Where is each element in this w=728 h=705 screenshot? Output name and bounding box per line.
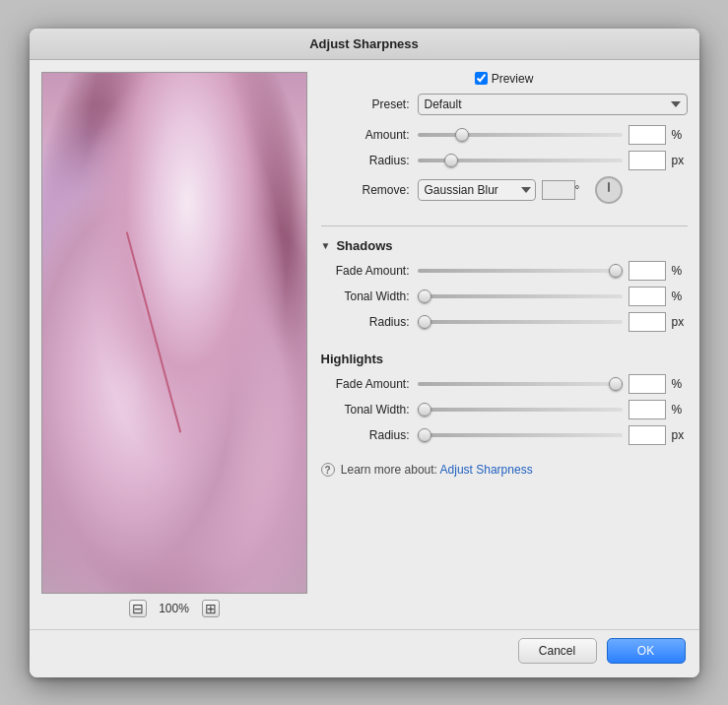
- preview-image: [41, 72, 307, 594]
- amount-unit: %: [672, 128, 688, 142]
- shadows-fade-slider-container: 100 %: [418, 261, 688, 281]
- shadows-fade-unit: %: [672, 264, 688, 278]
- radius-unit: px: [672, 154, 688, 167]
- preview-panel: ⊟ 100% ⊞: [41, 72, 307, 617]
- remove-row: Remove: Gaussian Blur Lens Blur Motion B…: [321, 176, 688, 204]
- shadows-radius-slider-container: 1 px: [418, 312, 688, 332]
- dialog-footer: Cancel OK: [30, 629, 699, 677]
- highlights-radius-input[interactable]: 1: [629, 425, 666, 445]
- amount-label: Amount:: [321, 128, 410, 142]
- shadows-tonal-slider-container: 0 %: [418, 287, 688, 306]
- highlights-title: Highlights: [321, 352, 384, 366]
- radius-input[interactable]: 1.0: [629, 151, 666, 170]
- shadows-radius-input[interactable]: 1: [629, 312, 666, 332]
- preview-label-text: Preview: [492, 72, 534, 86]
- learn-more-prefix: Learn more about:: [341, 463, 437, 477]
- preview-image-inner: [42, 73, 306, 593]
- radius-slider[interactable]: [418, 159, 623, 162]
- radius-row: Radius: 1.0 px: [321, 151, 688, 170]
- zoom-in-button[interactable]: ⊞: [202, 600, 220, 617]
- angle-input[interactable]: 0: [542, 180, 575, 200]
- amount-slider-container: 100 %: [418, 125, 688, 145]
- shadows-fade-label: Fade Amount:: [321, 264, 410, 278]
- shadows-title: Shadows: [336, 238, 392, 253]
- highlights-tonal-slider[interactable]: [418, 408, 623, 412]
- dialog-body: ⊟ 100% ⊞ Preview Preset: Defa: [30, 60, 699, 629]
- amount-row: Amount: 100 %: [321, 125, 688, 145]
- zoom-level: 100%: [157, 602, 192, 615]
- amount-slider[interactable]: [418, 133, 623, 137]
- radius-slider-container: 1.0 px: [418, 151, 688, 170]
- zoom-out-button[interactable]: ⊟: [129, 600, 147, 617]
- adjust-sharpness-dialog: Adjust Sharpness ⊟ 100% ⊞: [30, 29, 699, 677]
- highlights-header: Highlights: [321, 352, 688, 366]
- shadows-section: ▼ Shadows Fade Amount: 100 % Tonal Width…: [321, 234, 688, 338]
- preset-label: Preset:: [321, 97, 410, 111]
- highlights-fade-row: Fade Amount: 100 %: [321, 374, 688, 394]
- highlights-tonal-unit: %: [672, 403, 688, 417]
- highlights-tonal-input[interactable]: 0: [629, 400, 666, 419]
- preset-row: Preset: Default Custom: [321, 94, 688, 115]
- radius-label: Radius:: [321, 154, 410, 167]
- shadows-fade-row: Fade Amount: 100 %: [321, 261, 688, 281]
- highlights-fade-slider[interactable]: [418, 382, 623, 386]
- highlights-radius-row: Radius: 1 px: [321, 425, 688, 445]
- controls-panel: Preview Preset: Default Custom Amount: 1…: [321, 72, 688, 617]
- help-icon: ?: [321, 463, 335, 477]
- highlights-tonal-label: Tonal Width:: [321, 403, 410, 417]
- ok-button[interactable]: OK: [607, 638, 686, 664]
- shadows-radius-row: Radius: 1 px: [321, 312, 688, 332]
- section-divider-1: [321, 225, 688, 226]
- shadows-tonal-input[interactable]: 0: [629, 287, 666, 306]
- shadows-arrow[interactable]: ▼: [321, 240, 331, 251]
- shadows-header: ▼ Shadows: [321, 238, 688, 253]
- highlights-radius-unit: px: [672, 428, 688, 442]
- highlights-radius-slider-container: 1 px: [418, 425, 688, 445]
- highlights-section: Highlights Fade Amount: 100 % Tonal Widt…: [321, 348, 688, 451]
- remove-select[interactable]: Gaussian Blur Lens Blur Motion Blur: [418, 179, 536, 201]
- angle-wheel[interactable]: [595, 176, 623, 204]
- highlights-radius-slider[interactable]: [418, 433, 623, 437]
- highlights-fade-slider-container: 100 %: [418, 374, 688, 394]
- angle-unit: °: [575, 183, 591, 197]
- remove-label: Remove:: [321, 183, 410, 197]
- preview-controls: ⊟ 100% ⊞: [129, 600, 220, 617]
- highlights-fade-label: Fade Amount:: [321, 377, 410, 391]
- shadows-tonal-slider[interactable]: [418, 294, 623, 298]
- zoom-in-icon: ⊞: [205, 602, 217, 615]
- zoom-out-icon: ⊟: [132, 602, 144, 615]
- preview-checkbox-row: Preview: [321, 72, 688, 86]
- highlights-tonal-row: Tonal Width: 0 %: [321, 400, 688, 419]
- learn-more: ? Learn more about: Adjust Sharpness: [321, 463, 688, 478]
- preview-label[interactable]: Preview: [475, 72, 534, 86]
- shadows-tonal-unit: %: [672, 289, 688, 303]
- highlights-radius-label: Radius:: [321, 428, 410, 442]
- highlights-tonal-slider-container: 0 %: [418, 400, 688, 419]
- shadows-tonal-row: Tonal Width: 0 %: [321, 287, 688, 306]
- cancel-button[interactable]: Cancel: [518, 638, 597, 664]
- dialog-title: Adjust Sharpness: [30, 29, 699, 60]
- highlights-fade-input[interactable]: 100: [629, 374, 666, 394]
- preset-select[interactable]: Default Custom: [418, 94, 688, 115]
- shadows-fade-input[interactable]: 100: [629, 261, 666, 281]
- learn-more-link[interactable]: Adjust Sharpness: [440, 463, 533, 477]
- preview-checkbox[interactable]: [475, 72, 488, 85]
- shadows-radius-slider[interactable]: [418, 320, 623, 324]
- shadows-radius-label: Radius:: [321, 315, 410, 329]
- shadows-tonal-label: Tonal Width:: [321, 289, 410, 303]
- highlights-fade-unit: %: [672, 377, 688, 391]
- shadows-fade-slider[interactable]: [418, 269, 623, 273]
- shadows-radius-unit: px: [672, 315, 688, 329]
- amount-input[interactable]: 100: [629, 125, 666, 145]
